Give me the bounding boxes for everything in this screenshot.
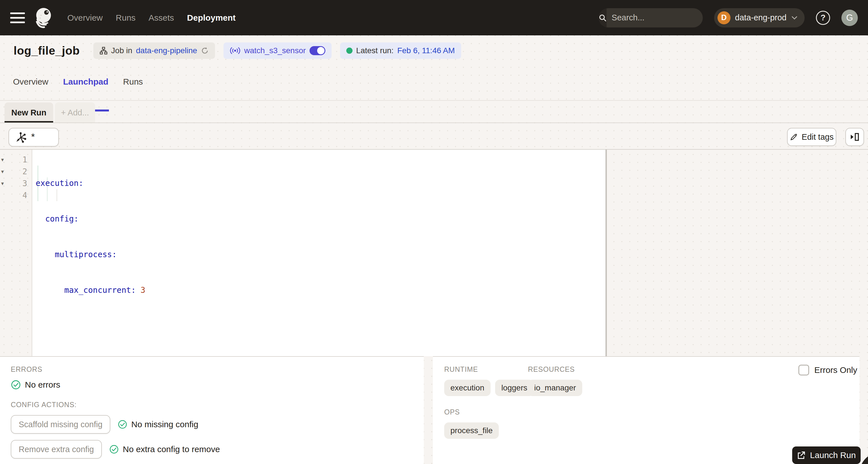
editor-code[interactable]: execution: config: multiprocess: max_con… (36, 154, 146, 320)
line-number: 3 (10, 179, 32, 188)
page-title: log_file_job (13, 44, 80, 57)
launch-run-button[interactable]: Launch Run (792, 446, 861, 464)
tabs-divider (0, 100, 868, 101)
code-line[interactable]: execution: (36, 177, 146, 189)
launch-icon (797, 451, 805, 460)
chat-widget-bubble[interactable] (860, 452, 868, 464)
nav-right-cluster: / D data-eng-prod ? G (599, 8, 858, 27)
scaffold-status-text: No missing config (131, 420, 198, 429)
latest-run-pill: Latest run: Feb 6, 11:46 AM (340, 42, 461, 59)
job-header: log_file_job Job in data-eng-pipeline wa… (13, 42, 461, 59)
editor-splitter[interactable] (606, 150, 607, 356)
errors-only-checkbox[interactable] (798, 365, 809, 375)
gutter-row: ▾ 2 (0, 165, 32, 177)
nav-item-runs[interactable]: Runs (114, 10, 137, 26)
code-line[interactable]: config: (36, 213, 146, 225)
job-location-pill: Job in data-eng-pipeline (93, 42, 215, 59)
sensor-pill: watch_s3_sensor (223, 42, 332, 59)
resources-label: RESOURCES (528, 365, 582, 373)
top-nav: Overview Runs Assets Deployment / D data… (0, 0, 868, 35)
search-box[interactable]: / (599, 8, 703, 27)
edit-tags-button[interactable]: Edit tags (787, 128, 836, 146)
pencil-icon (790, 133, 798, 141)
launchpad-page: { "nav": { "items": [ {"label": "Overvie… (0, 0, 868, 464)
check-circle-icon (11, 380, 21, 390)
remove-status-text: No extra config to remove (123, 444, 220, 454)
tab-overview[interactable]: Overview (12, 75, 49, 100)
deployment-switcher[interactable]: D data-eng-prod (714, 8, 805, 27)
hamburger-icon[interactable] (10, 11, 26, 25)
deployment-name: data-eng-prod (735, 13, 786, 22)
session-tab-new-run[interactable]: New Run (4, 102, 53, 123)
latest-run-link[interactable]: Feb 6, 11:46 AM (397, 46, 455, 55)
remove-extra-config-button[interactable]: Remove extra config (11, 440, 102, 459)
ops-tags: process_file (444, 423, 860, 439)
runtime-tags: execution loggers (444, 380, 528, 396)
fold-arrow-icon[interactable]: ▾ (0, 180, 10, 187)
errors-only-control: Errors Only (798, 365, 857, 375)
help-icon[interactable]: ? (816, 11, 830, 25)
user-avatar[interactable]: G (841, 10, 858, 26)
sensor-icon (230, 47, 241, 55)
remove-action-row: Remove extra config No extra config to r… (11, 440, 424, 459)
validation-panel: ERRORS No errors CONFIG ACTIONS: Scaffol… (0, 356, 424, 464)
deployment-avatar: D (717, 11, 731, 24)
code-line[interactable]: max_concurrent:3 (36, 284, 146, 296)
latest-run-label: Latest run: (356, 46, 394, 55)
no-errors-status: No errors (11, 380, 424, 390)
op-selector-button[interactable]: * (8, 128, 59, 147)
resource-tags: io_manager (528, 380, 582, 396)
scaffold-action-row: Scaffold missing config No missing confi… (11, 415, 424, 434)
tab-runs[interactable]: Runs (123, 75, 144, 100)
primary-nav: Overview Runs Assets Deployment (66, 10, 237, 26)
session-divider (0, 123, 868, 123)
search-icon (599, 8, 607, 27)
runtime-tag[interactable]: execution (444, 380, 491, 396)
config-workspace: ▾ 1 ▾ 2 ▾ 3 4 execution: config: multipr… (0, 149, 868, 356)
yaml-value: 3 (136, 285, 146, 295)
nav-item-assets[interactable]: Assets (147, 10, 176, 26)
resource-tag[interactable]: io_manager (528, 380, 582, 396)
preview-columns: RUNTIME execution loggers RESOURCES io_m… (444, 365, 860, 396)
check-circle-icon (118, 420, 127, 429)
nav-item-deployment[interactable]: Deployment (185, 10, 237, 26)
line-number: 2 (10, 167, 32, 176)
job-tabs: Overview Launchpad Runs (12, 75, 144, 100)
gutter-row: ▾ 1 (0, 154, 32, 165)
expand-panel-icon[interactable] (845, 128, 864, 146)
yaml-key: multiprocess: (36, 250, 117, 259)
repo-link[interactable]: data-eng-pipeline (136, 46, 197, 55)
nav-item-overview[interactable]: Overview (66, 10, 104, 26)
gutter-row: 4 (0, 189, 32, 201)
ops-tag[interactable]: process_file (444, 423, 499, 439)
job-graph-icon (100, 47, 107, 55)
scaffold-missing-config-button[interactable]: Scaffold missing config (11, 415, 110, 434)
ops-label: OPS (444, 408, 860, 416)
config-editor[interactable]: execution: config: multiprocess: max_con… (32, 150, 606, 356)
remove-status: No extra config to remove (109, 444, 220, 454)
code-line[interactable]: multiprocess: (36, 249, 146, 260)
errors-section-label: ERRORS (11, 365, 424, 373)
op-selector-value: * (31, 131, 35, 142)
toolbar-right: Edit tags (787, 128, 864, 146)
errors-only-label: Errors Only (814, 365, 857, 375)
search-input[interactable] (607, 13, 703, 22)
job-in-label: Job in (111, 46, 132, 55)
tab-launchpad[interactable]: Launchpad (63, 75, 109, 100)
fold-arrow-icon[interactable]: ▾ (0, 156, 10, 163)
op-selector-icon (15, 131, 27, 144)
run-status-dot (346, 48, 352, 54)
check-circle-icon (109, 444, 119, 454)
chevron-down-icon (791, 16, 798, 20)
fold-arrow-icon[interactable]: ▾ (0, 168, 10, 175)
gutter-row: ▾ 3 (0, 177, 32, 189)
dagster-logo[interactable] (33, 7, 53, 29)
yaml-key: max_concurrent: (36, 285, 136, 295)
refresh-icon[interactable] (201, 47, 209, 55)
sensor-link[interactable]: watch_s3_sensor (244, 46, 306, 55)
no-errors-text: No errors (25, 380, 60, 390)
session-tab-add[interactable]: + Add... (55, 102, 95, 123)
launch-run-label: Launch Run (810, 451, 856, 460)
editor-gutter: ▾ 1 ▾ 2 ▾ 3 4 (0, 154, 32, 201)
sensor-toggle-switch[interactable] (310, 46, 326, 55)
